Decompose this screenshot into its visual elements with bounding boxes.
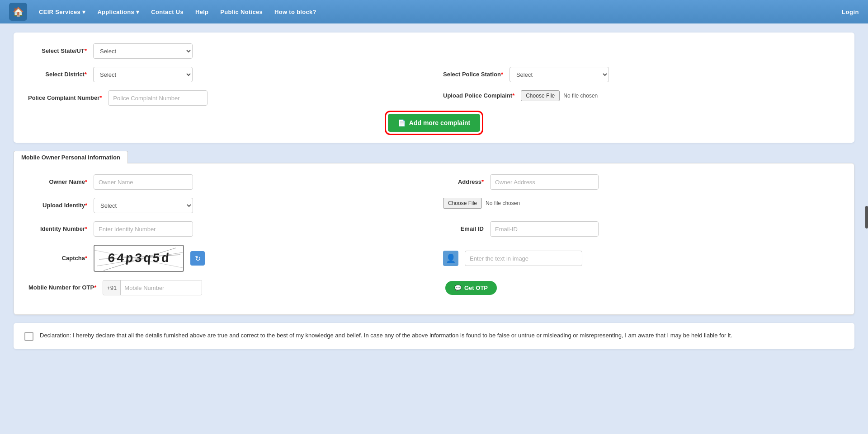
section-title: Mobile Owner Personal Information bbox=[14, 151, 128, 163]
captcha-input-group: 👤 bbox=[443, 251, 840, 266]
chevron-down-icon: ▾ bbox=[136, 9, 139, 15]
captcha-input[interactable] bbox=[465, 251, 582, 266]
mobile-number-input[interactable] bbox=[121, 280, 202, 295]
complaint-number-group: Police Complaint Number* bbox=[28, 90, 425, 106]
upload-identity-select[interactable]: Select bbox=[94, 198, 193, 213]
document-icon: 📄 bbox=[398, 119, 406, 126]
phone-prefix: +91 bbox=[103, 280, 121, 295]
district-select[interactable]: Select bbox=[93, 67, 193, 82]
navbar-links: CEIR Services ▾ Applications ▾ Contact U… bbox=[34, 6, 842, 18]
get-otp-button[interactable]: 💬 Get OTP bbox=[445, 281, 497, 295]
upload-identity-group: Upload Identity* Select bbox=[28, 198, 425, 213]
owner-name-group: Owner Name* bbox=[28, 174, 425, 190]
captcha-text: 64p3q5d bbox=[107, 252, 170, 266]
declaration-checkbox[interactable] bbox=[24, 332, 33, 341]
declaration-text: Declaration: I hereby declare that all t… bbox=[40, 331, 732, 341]
state-select[interactable]: Select bbox=[93, 43, 193, 59]
district-group: Select District* Select bbox=[28, 67, 425, 82]
mobile-group: Mobile Number for OTP* +91 bbox=[28, 280, 423, 295]
chevron-down-icon: ▾ bbox=[82, 9, 85, 15]
login-button[interactable]: Login bbox=[842, 9, 859, 15]
email-label: Email ID bbox=[443, 225, 484, 233]
public-notices-link[interactable]: Public Notices bbox=[216, 6, 267, 18]
captcha-person-button[interactable]: 👤 bbox=[443, 251, 458, 266]
identity-number-input[interactable] bbox=[94, 221, 193, 237]
police-station-label: Select Police Station* bbox=[443, 70, 503, 79]
address-label: Address* bbox=[443, 178, 484, 186]
email-input[interactable] bbox=[490, 221, 599, 237]
owner-name-label: Owner Name* bbox=[28, 178, 87, 186]
how-to-block-link[interactable]: How to block? bbox=[270, 6, 321, 18]
captcha-label: Captcha* bbox=[28, 254, 87, 262]
declaration-section: Declaration: I hereby declare that all t… bbox=[14, 323, 854, 349]
identity-number-label: Identity Number* bbox=[28, 225, 87, 233]
address-group: Address* bbox=[443, 174, 840, 190]
complaint-number-label: Police Complaint Number* bbox=[28, 94, 102, 102]
mobile-label: Mobile Number for OTP* bbox=[28, 284, 96, 292]
message-icon: 💬 bbox=[454, 285, 462, 291]
navbar-logo[interactable]: 🏠 bbox=[9, 3, 27, 21]
state-group: Select State/UT* Select bbox=[28, 43, 425, 59]
add-complaint-row: 📄 Add more complaint bbox=[28, 114, 840, 132]
choose-file-button[interactable]: Choose File bbox=[521, 90, 560, 101]
no-file-label: No file chosen bbox=[563, 93, 598, 99]
applications-link[interactable]: Applications ▾ bbox=[93, 6, 144, 18]
add-more-complaint-button[interactable]: 📄 Add more complaint bbox=[388, 114, 480, 132]
identity-email-row: Identity Number* Email ID bbox=[28, 221, 840, 237]
district-label: Select District* bbox=[28, 70, 87, 79]
complaint-card: Select State/UT* Select Select District*… bbox=[14, 33, 854, 143]
personal-info-section: Mobile Owner Personal Information Owner … bbox=[14, 151, 854, 315]
owner-address-row: Owner Name* Address* bbox=[28, 174, 840, 190]
scrollbar-indicator[interactable] bbox=[865, 206, 868, 229]
identity-no-file-label: No file chosen bbox=[486, 200, 520, 206]
upload-identity-row: Upload Identity* Select Choose File No f… bbox=[28, 198, 840, 213]
person-icon: 👤 bbox=[446, 253, 456, 263]
complaint-number-input[interactable] bbox=[108, 90, 208, 106]
help-link[interactable]: Help bbox=[191, 6, 213, 18]
phone-input-wrapper: +91 bbox=[103, 280, 202, 295]
owner-name-input[interactable] bbox=[94, 174, 193, 190]
navbar: 🏠 CEIR Services ▾ Applications ▾ Contact… bbox=[0, 0, 868, 23]
complaint-number-row: Police Complaint Number* Upload Police C… bbox=[28, 90, 840, 106]
state-row: Select State/UT* Select bbox=[28, 43, 840, 59]
home-icon: 🏠 bbox=[13, 6, 24, 17]
police-station-select[interactable]: Select bbox=[509, 67, 609, 82]
identity-file-upload-wrapper: Choose File No file chosen bbox=[443, 198, 520, 209]
otp-btn-group: 💬 Get OTP bbox=[445, 281, 840, 295]
personal-card: Owner Name* Address* Upload Identity* bbox=[14, 163, 854, 315]
captcha-refresh-button[interactable]: ↻ bbox=[190, 251, 205, 266]
captcha-image: 64p3q5d bbox=[94, 245, 184, 272]
identity-choose-file-button[interactable]: Choose File bbox=[443, 198, 482, 209]
identity-file-group: Choose File No file chosen bbox=[443, 198, 840, 209]
upload-complaint-group: Upload Police Complaint* Choose File No … bbox=[443, 90, 840, 101]
email-group: Email ID bbox=[443, 221, 840, 237]
identity-number-group: Identity Number* bbox=[28, 221, 425, 237]
upload-identity-label: Upload Identity* bbox=[28, 201, 87, 210]
ceir-services-link[interactable]: CEIR Services ▾ bbox=[34, 6, 90, 18]
police-station-group: Select Police Station* Select bbox=[443, 67, 840, 82]
mobile-otp-row: Mobile Number for OTP* +91 💬 Get OTP bbox=[28, 280, 840, 295]
page-content: Select State/UT* Select Select District*… bbox=[0, 23, 868, 434]
captcha-group: Captcha* 64p3q5d ↻ bbox=[28, 245, 425, 272]
captcha-row: Captcha* 64p3q5d ↻ bbox=[28, 245, 840, 272]
upload-complaint-label: Upload Police Complaint* bbox=[443, 92, 514, 100]
state-label: Select State/UT* bbox=[28, 47, 87, 55]
file-upload-wrapper: Choose File No file chosen bbox=[521, 90, 598, 101]
contact-us-link[interactable]: Contact Us bbox=[146, 6, 188, 18]
district-police-row: Select District* Select Select Police St… bbox=[28, 67, 840, 82]
address-input[interactable] bbox=[490, 174, 599, 190]
